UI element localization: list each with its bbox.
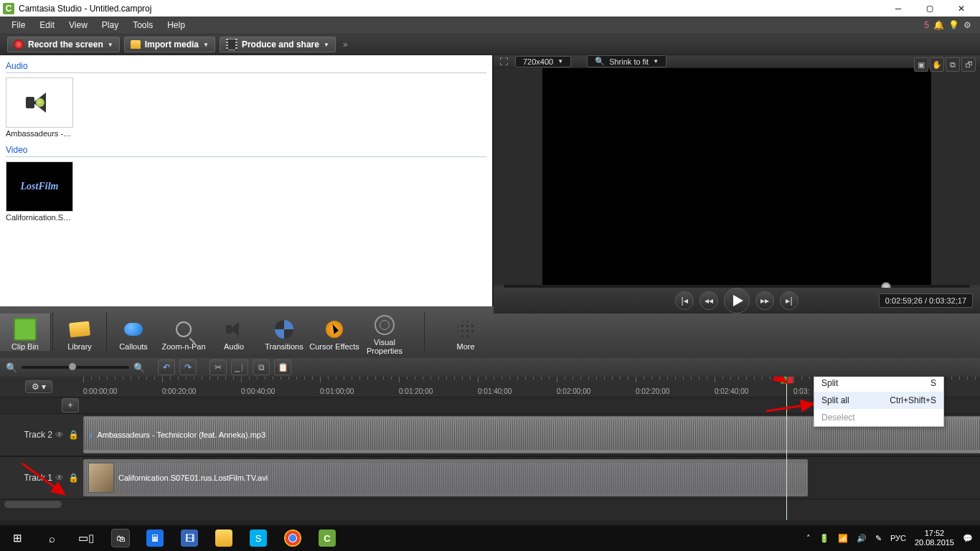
zoom-dropdown[interactable]: 🔍 Shrink to fit ▼ [587,55,666,67]
record-screen-button[interactable]: Record the screen ▼ [7,37,120,52]
tb-calc[interactable]: 🖩 [138,525,172,551]
video-thumb: LostFilm [6,161,73,212]
menu-file[interactable]: File [4,17,32,34]
tab-zoom-pan[interactable]: Zoom-n-Pan [159,314,209,351]
pv-corner-1[interactable]: ▣ [914,57,928,72]
pen-icon[interactable]: ✎ [875,534,882,543]
toolbar-more-icon[interactable]: » [343,39,348,50]
ruler-tick: 0:00:20;00 [162,387,196,395]
pv-corner-2[interactable]: ✋ [930,57,944,72]
action-center-icon[interactable]: 💬 [963,534,973,543]
chevron-down-icon: ▼ [324,42,329,48]
tb-camtasia[interactable]: C [310,525,344,551]
playhead[interactable] [786,377,787,520]
library-icon [69,321,90,338]
bell-icon[interactable]: 🔔 [933,20,944,30]
ruler-tick: 0:02:20;00 [636,387,669,395]
tab-library[interactable]: Library [55,314,105,351]
bulb-icon[interactable]: 💡 [948,20,959,30]
pv-corner-4[interactable]: 🗗 [961,57,976,72]
menu-edit[interactable]: Edit [32,17,62,34]
close-button[interactable]: ✕ [946,1,977,16]
tb-skype[interactable]: S [241,525,275,551]
minimize-button[interactable]: ― [882,1,914,16]
wifi-icon[interactable]: 📶 [838,534,848,543]
import-media-button[interactable]: Import media ▼ [124,37,215,52]
eye-icon[interactable]: 👁 [55,473,64,483]
tb-chrome[interactable] [275,525,310,551]
tab-visual-properties[interactable]: Visual Properties [359,309,410,355]
preview-controls: |◂ ◂◂ ▸▸ ▸| 0:02:59;26 / 0:03:32;17 [494,288,980,314]
tab-transitions[interactable]: Transitions [259,314,309,351]
record-label: Record the screen [28,39,103,50]
video-clip-item[interactable]: LostFilm Californication.S0... [6,161,72,222]
add-track-button[interactable]: ＋ [62,398,79,413]
timeline-scrollbar[interactable] [0,499,980,509]
audio-icon [226,322,242,336]
battery-icon[interactable]: 🔋 [819,534,829,543]
search-icon[interactable]: ⌕ [34,525,69,551]
expand-icon[interactable]: ⛶ [499,57,508,67]
task-view-icon[interactable]: ▭▯ [69,525,103,551]
tab-clip-bin[interactable]: Clip Bin [0,314,51,351]
zoom-in-icon[interactable]: 🔍 [133,362,145,373]
track-1-clip[interactable]: Californication.S07E01.rus.LostFilm.TV.a… [83,459,808,496]
dimensions-value: 720x400 [523,57,553,66]
timeline-zoom-slider[interactable] [22,366,129,369]
menu-view[interactable]: View [62,17,95,34]
tb-film[interactable]: 🎞 [172,525,207,551]
track-1-clip-name: Californication.S07E01.rus.LostFilm.TV.a… [118,474,268,482]
undo-button[interactable]: ↶ [158,359,175,375]
forward-button[interactable]: ▸▸ [755,291,774,310]
zoom-out-icon[interactable]: 🔍 [6,362,17,373]
cut-button[interactable]: ✂ [209,359,227,375]
paste-button[interactable]: 📋 [274,359,291,375]
play-button[interactable] [724,288,750,314]
audio-clip-item[interactable]: Ambassadeurs - Technicolor (fe... [6,77,72,138]
tab-cursor-effects[interactable]: Cursor Effects [309,314,359,351]
import-label: Import media [145,39,199,50]
tab-callouts[interactable]: Callouts [108,314,159,351]
track-1-label: Track 1 [24,473,52,483]
tab-audio[interactable]: Audio [209,314,259,351]
tab-more[interactable]: More [440,314,491,351]
tray-up-icon[interactable]: ˄ [806,534,811,543]
menu-help[interactable]: Help [160,17,192,34]
pv-corner-3[interactable]: ⧉ [946,57,960,72]
tb-store[interactable]: 🛍 [103,525,138,551]
magnifier-icon: 🔍 [595,57,605,66]
ruler-tick: 0:03: [793,387,809,395]
prev-frame-button[interactable]: |◂ [675,291,694,310]
tb-folder[interactable] [207,525,241,551]
copy-button[interactable]: ⧉ [253,359,270,375]
menu-tools[interactable]: Tools [126,17,160,34]
preview-toolbar: ⛶ 720x400 ▼ 🔍 Shrink to fit ▼ ▣ ✋ ⧉ 🗗 [494,55,980,68]
start-button[interactable]: ⊞ [0,525,34,551]
eye-icon[interactable]: 👁 [55,430,64,440]
redo-button[interactable]: ↷ [179,359,197,375]
cursor-icon [326,321,343,338]
main-toolbar: Record the screen ▼ Import media ▼ Produ… [0,34,980,55]
playhead-handle[interactable] [781,377,795,383]
ruler-tick: 0:01:00;00 [320,387,354,395]
produce-label: Produce and share [242,39,319,50]
clock[interactable]: 17:52 20.08.2015 [915,529,954,547]
rewind-button[interactable]: ◂◂ [699,291,718,310]
callouts-icon [124,323,143,336]
lock-icon[interactable]: 🔒 [68,473,79,483]
volume-icon[interactable]: 🔊 [857,534,867,543]
lock-icon[interactable]: 🔒 [68,430,79,440]
maximize-button[interactable]: ▢ [914,1,946,16]
preview-canvas[interactable] [542,68,931,285]
timeline-settings[interactable]: ⚙ ▾ [0,380,77,393]
split-button[interactable]: ⎯⎮ [231,359,248,375]
track-1-lane[interactable]: Californication.S07E01.rus.LostFilm.TV.a… [83,457,980,499]
ctx-split-all[interactable]: Split allCtrl+Shift+S [814,392,943,409]
ctx-split[interactable]: SplitS [814,377,943,392]
next-frame-button[interactable]: ▸| [780,291,798,310]
dimensions-dropdown[interactable]: 720x400 ▼ [515,56,571,67]
gear-icon[interactable]: ⚙ [963,20,971,30]
lang-indicator[interactable]: РУС [890,534,906,542]
menu-play[interactable]: Play [95,17,126,34]
produce-share-button[interactable]: Produce and share ▼ [220,37,336,52]
